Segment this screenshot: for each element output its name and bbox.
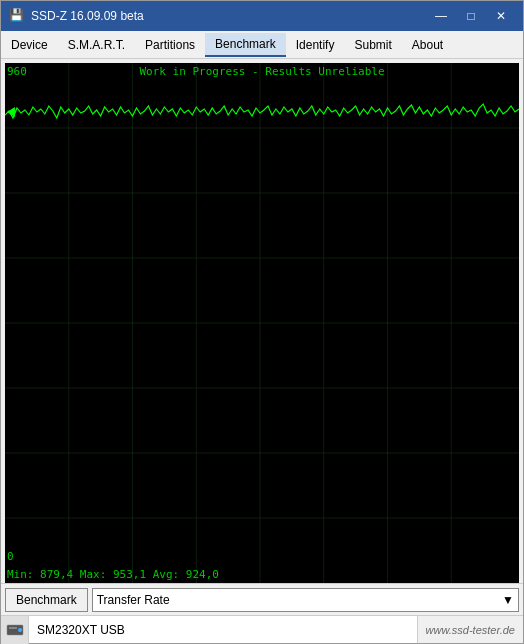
main-window: 💾 SSD-Z 16.09.09 beta — □ ✕ Device S.M.A…: [0, 0, 524, 644]
app-icon: 💾: [9, 8, 25, 24]
benchmark-button[interactable]: Benchmark: [5, 588, 88, 612]
chart-grid: [5, 63, 519, 583]
chart-area: 960 Work in Progress - Results Unreliabl…: [5, 63, 519, 583]
transfer-rate-dropdown[interactable]: Transfer Rate ▼: [92, 588, 519, 612]
menu-about[interactable]: About: [402, 34, 453, 56]
menu-submit[interactable]: Submit: [344, 34, 401, 56]
bottom-bar: Benchmark Transfer Rate ▼: [1, 583, 523, 615]
menu-bar: Device S.M.A.R.T. Partitions Benchmark I…: [1, 31, 523, 59]
svg-point-17: [18, 628, 22, 632]
title-bar: 💾 SSD-Z 16.09.09 beta — □ ✕: [1, 1, 523, 31]
title-bar-left: 💾 SSD-Z 16.09.09 beta: [9, 8, 144, 24]
status-device-icon: [1, 616, 29, 644]
chart-watermark: Work in Progress - Results Unreliable: [139, 65, 384, 78]
chart-stats: Min: 879,4 Max: 953,1 Avg: 924,0: [7, 568, 219, 581]
chart-y-max: 960: [7, 65, 27, 78]
dropdown-arrow-icon: ▼: [502, 593, 514, 607]
status-brand: www.ssd-tester.de: [418, 624, 523, 636]
status-bar: SM2320XT USB www.ssd-tester.de: [1, 615, 523, 643]
menu-smart[interactable]: S.M.A.R.T.: [58, 34, 135, 56]
menu-benchmark[interactable]: Benchmark: [205, 33, 286, 57]
close-button[interactable]: ✕: [487, 5, 515, 27]
drive-icon: [6, 621, 24, 639]
maximize-button[interactable]: □: [457, 5, 485, 27]
menu-identify[interactable]: Identify: [286, 34, 345, 56]
title-bar-controls: — □ ✕: [427, 5, 515, 27]
chart-y-min: 0: [7, 550, 14, 563]
menu-partitions[interactable]: Partitions: [135, 34, 205, 56]
minimize-button[interactable]: —: [427, 5, 455, 27]
menu-device[interactable]: Device: [1, 34, 58, 56]
status-device-name: SM2320XT USB: [29, 616, 418, 643]
dropdown-label: Transfer Rate: [97, 593, 170, 607]
svg-rect-16: [9, 627, 17, 629]
window-title: SSD-Z 16.09.09 beta: [31, 9, 144, 23]
